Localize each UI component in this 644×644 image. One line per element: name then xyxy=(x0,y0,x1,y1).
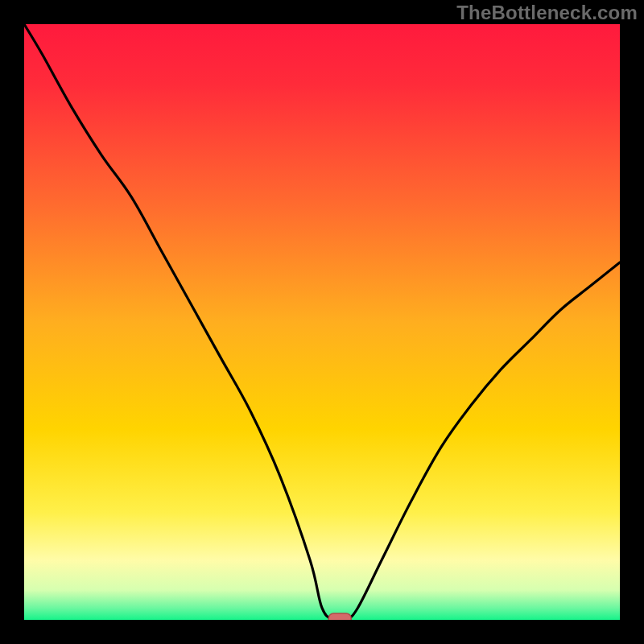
chart-svg xyxy=(24,24,620,620)
gradient-bg xyxy=(24,24,620,620)
chart-frame: TheBottleneck.com xyxy=(0,0,644,644)
min-marker xyxy=(328,613,351,620)
plot-area xyxy=(24,24,620,620)
watermark-text: TheBottleneck.com xyxy=(456,2,638,24)
